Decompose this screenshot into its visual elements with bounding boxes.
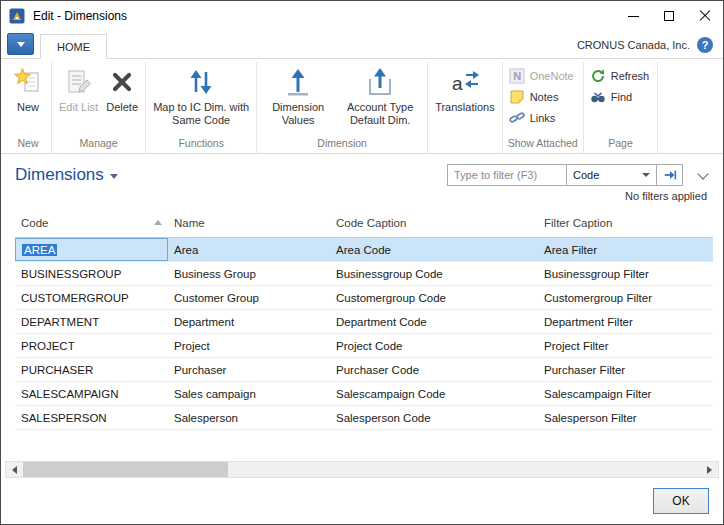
cell-filter-caption[interactable]: Area Filter <box>538 238 713 261</box>
cell-code-caption[interactable]: Department Code <box>330 310 538 333</box>
close-button[interactable] <box>687 1 723 31</box>
account-type-default-dim-button[interactable]: Account Type Default Dim. <box>336 62 424 127</box>
ribbon-group-label-new: New <box>8 135 48 153</box>
cell-code-caption[interactable]: Purchaser Code <box>330 358 538 381</box>
ribbon-group-new: New New <box>5 62 52 153</box>
ribbon-group-label-functions: Functions <box>149 135 253 153</box>
refresh-button[interactable]: Refresh <box>587 67 655 85</box>
table-row-department[interactable]: DEPARTMENT Department Department Code De… <box>15 310 713 334</box>
column-header-code[interactable]: Code <box>15 208 168 237</box>
table-row-purchaser[interactable]: PURCHASER Purchaser Purchaser Code Purch… <box>15 358 713 382</box>
scrollbar-track[interactable] <box>23 462 701 477</box>
sort-ascending-icon <box>154 220 162 225</box>
cell-code[interactable]: BUSINESSGROUP <box>15 262 168 285</box>
cell-code[interactable]: PROJECT <box>15 334 168 357</box>
dimensions-table: Code Name Code Caption Filter Caption AR… <box>1 208 723 461</box>
tab-home[interactable]: HOME <box>40 34 107 59</box>
onenote-button[interactable]: N OneNote <box>506 67 579 85</box>
horizontal-scrollbar[interactable] <box>5 461 719 478</box>
filter-pane-chevron-icon[interactable] <box>697 168 708 179</box>
table-body: AREA Area Area Code Area Filter BUSINESS… <box>15 238 713 461</box>
table-row-area[interactable]: AREA Area Area Code Area Filter <box>15 238 713 262</box>
cell-code-editor[interactable]: AREA <box>15 238 168 261</box>
cell-code-caption[interactable]: Project Code <box>330 334 538 357</box>
maximize-button[interactable] <box>651 1 687 31</box>
cell-name[interactable]: Project <box>168 334 330 357</box>
page-title-dropdown[interactable]: Dimensions <box>15 165 118 185</box>
find-button[interactable]: Find <box>587 88 655 106</box>
apply-filter-button[interactable] <box>657 164 683 186</box>
ok-button[interactable]: OK <box>653 488 709 514</box>
column-header-code-caption[interactable]: Code Caption <box>330 208 538 237</box>
cell-code-caption[interactable]: Businessgroup Code <box>330 262 538 285</box>
translations-icon: a <box>449 66 481 98</box>
table-row-salesperson[interactable]: SALESPERSON Salesperson Salesperson Code… <box>15 406 713 430</box>
company-name: CRONUS Canada, Inc. <box>577 39 690 51</box>
cell-code-caption[interactable]: Customergroup Code <box>330 286 538 309</box>
notes-button[interactable]: Notes <box>506 88 579 106</box>
cell-code-caption[interactable]: Salescampaign Code <box>330 382 538 405</box>
dimension-values-button[interactable]: Dimension Values <box>260 62 336 127</box>
cell-code[interactable]: SALESPERSON <box>15 406 168 429</box>
cell-name[interactable]: Customer Group <box>168 286 330 309</box>
edit-list-button[interactable]: Edit List <box>55 62 102 114</box>
cell-name[interactable]: Sales campaign <box>168 382 330 405</box>
cell-filter-caption[interactable]: Project Filter <box>538 334 713 357</box>
filter-input[interactable] <box>447 164 567 186</box>
help-icon[interactable]: ? <box>697 37 713 53</box>
cell-name[interactable]: Salesperson <box>168 406 330 429</box>
dimension-values-button-label: Dimension Values <box>264 101 332 127</box>
notes-button-label: Notes <box>530 91 559 103</box>
ribbon-group-translation: a Translations <box>428 62 503 153</box>
table-row-project[interactable]: PROJECT Project Project Code Project Fil… <box>15 334 713 358</box>
cell-filter-caption[interactable]: Businessgroup Filter <box>538 262 713 285</box>
delete-button-label: Delete <box>106 101 138 114</box>
ribbon-group-label-page: Page <box>587 135 655 153</box>
column-header-label: Name <box>174 217 205 229</box>
window-controls <box>615 1 723 31</box>
minimize-button[interactable] <box>615 1 651 31</box>
column-header-filter-caption[interactable]: Filter Caption <box>538 208 713 237</box>
chevron-down-icon <box>642 173 650 177</box>
scroll-left-icon <box>12 466 17 474</box>
maximize-icon <box>664 11 674 21</box>
map-to-ic-dim-button-label: Map to IC Dim. with Same Code <box>153 101 249 127</box>
map-to-ic-dim-icon <box>185 66 217 98</box>
scrollbar-thumb[interactable] <box>23 462 228 477</box>
translations-button[interactable]: a Translations <box>431 62 499 114</box>
cell-filter-caption[interactable]: Salescampaign Filter <box>538 382 713 405</box>
scroll-right-button[interactable] <box>701 462 718 477</box>
column-header-name[interactable]: Name <box>168 208 330 237</box>
table-row-businessgroup[interactable]: BUSINESSGROUP Business Group Businessgro… <box>15 262 713 286</box>
cell-filter-caption[interactable]: Department Filter <box>538 310 713 333</box>
cell-name[interactable]: Business Group <box>168 262 330 285</box>
cell-code-caption[interactable]: Salesperson Code <box>330 406 538 429</box>
apply-filter-arrow-icon <box>663 168 677 182</box>
map-to-ic-dim-button[interactable]: Map to IC Dim. with Same Code <box>149 62 253 127</box>
cell-filter-caption[interactable]: Customergroup Filter <box>538 286 713 309</box>
ribbon-group-manage: Edit List Delete Manage <box>52 62 146 153</box>
table-row-salescampaign[interactable]: SALESCAMPAIGN Sales campaign Salescampai… <box>15 382 713 406</box>
cell-code-caption[interactable]: Area Code <box>330 238 538 261</box>
application-menu-button[interactable] <box>7 33 34 55</box>
scroll-left-button[interactable] <box>6 462 23 477</box>
links-button[interactable]: Links <box>506 109 579 127</box>
filter-column-select[interactable]: Code <box>567 164 657 186</box>
cell-code[interactable]: SALESCAMPAIGN <box>15 382 168 405</box>
new-button-label: New <box>17 101 39 114</box>
cell-code[interactable]: PURCHASER <box>15 358 168 381</box>
cell-code[interactable]: CUSTOMERGROUP <box>15 286 168 309</box>
ribbon-tab-row: HOME CRONUS Canada, Inc. ? <box>1 31 723 59</box>
cell-filter-caption[interactable]: Purchaser Filter <box>538 358 713 381</box>
cell-name[interactable]: Purchaser <box>168 358 330 381</box>
new-button[interactable]: New <box>8 62 48 114</box>
cell-code[interactable]: DEPARTMENT <box>15 310 168 333</box>
refresh-icon <box>590 68 606 84</box>
cell-filter-caption[interactable]: Salesperson Filter <box>538 406 713 429</box>
cell-name[interactable]: Area <box>168 238 330 261</box>
svg-text:N: N <box>513 70 521 82</box>
delete-button[interactable]: Delete <box>102 62 142 114</box>
table-row-customergroup[interactable]: CUSTOMERGROUP Customer Group Customergro… <box>15 286 713 310</box>
minimize-icon <box>628 16 639 17</box>
cell-name[interactable]: Department <box>168 310 330 333</box>
